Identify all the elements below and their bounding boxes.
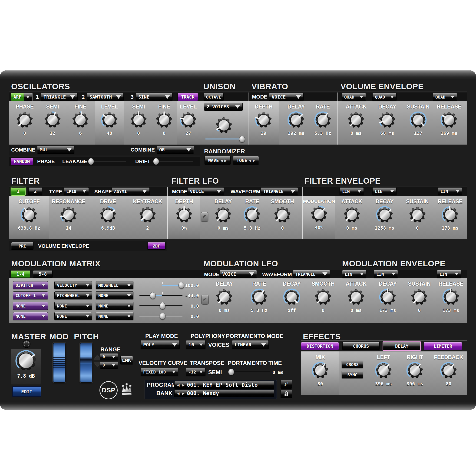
- filter-cutoff-knob[interactable]: [19, 205, 39, 225]
- delay-feedback-knob[interactable]: [439, 361, 458, 381]
- filter-env-modulation-knob[interactable]: [310, 204, 329, 224]
- filter-env-release-knob[interactable]: [441, 205, 460, 225]
- lock-button[interactable]: [281, 390, 292, 398]
- matrix-row4-source-dropdown[interactable]: NONE: [13, 312, 48, 320]
- arrow-left-icon[interactable]: ◀: [177, 391, 179, 396]
- polyphony-dropdown[interactable]: 16: [186, 340, 205, 349]
- filter-lfo-mode-dropdown[interactable]: VOICE: [187, 187, 224, 195]
- combine1-dropdown[interactable]: MUL: [37, 146, 74, 154]
- mod-lfo-smooth-knob[interactable]: [314, 288, 333, 307]
- osc3-wave-dropdown[interactable]: SINE: [136, 93, 172, 101]
- mod-lfo-decay-knob[interactable]: [282, 288, 301, 307]
- transpose-note-button[interactable]: ♪±: [281, 380, 292, 389]
- range-bottom-dropdown[interactable]: 0: [100, 362, 118, 369]
- filter-env-decay-curve-dropdown[interactable]: LIN: [372, 187, 396, 195]
- filter-env-attack-knob[interactable]: [342, 205, 361, 225]
- filter-lfo-delay-knob[interactable]: [214, 205, 233, 225]
- track-button[interactable]: TRACK: [178, 93, 198, 101]
- mod-wheel[interactable]: [53, 343, 66, 383]
- filter-env-attack-curve-dropdown[interactable]: LIN: [340, 187, 364, 195]
- arrow-left-icon[interactable]: ◀: [248, 158, 251, 163]
- vol-env-release-knob[interactable]: [440, 110, 459, 130]
- mod-lfo-delay-knob[interactable]: [215, 288, 234, 307]
- vol-env-release-curve-dropdown[interactable]: QUAD: [433, 93, 457, 101]
- unison-detune-knob[interactable]: [214, 116, 233, 136]
- pitch-wheel[interactable]: [80, 343, 92, 383]
- filter-tab-1[interactable]: 1: [11, 187, 25, 195]
- random-button[interactable]: RANDOM: [11, 158, 33, 165]
- mod-env-release-knob[interactable]: [441, 288, 460, 307]
- osc3-fine-knob[interactable]: [154, 110, 174, 130]
- matrix-row3-via-dropdown[interactable]: NONE: [54, 302, 92, 310]
- combine2-dropdown[interactable]: OR: [157, 146, 194, 154]
- filter-pre-button[interactable]: PRE: [11, 242, 34, 250]
- arrow-left-icon[interactable]: ◀: [177, 382, 179, 388]
- matrix-row1-via-dropdown[interactable]: VELOCITY: [54, 281, 92, 289]
- mod-lfo-mode-dropdown[interactable]: VOICE: [220, 270, 257, 278]
- osc-semi-knob[interactable]: [43, 110, 62, 130]
- mod-env-decay-curve-dropdown[interactable]: LIN: [374, 270, 398, 278]
- arp-dropdown[interactable]: [24, 93, 32, 101]
- osc1-wave-dropdown[interactable]: TRIANGLE: [41, 93, 78, 101]
- filter-env-sustain-knob[interactable]: [408, 205, 427, 225]
- vol-env-attack-curve-dropdown[interactable]: QUAD: [342, 93, 366, 101]
- osc-level-knob[interactable]: [100, 110, 119, 130]
- range-top-dropdown[interactable]: 0: [100, 353, 118, 360]
- mod-env-sustain-knob[interactable]: [410, 288, 429, 307]
- delay-sync-button[interactable]: SYNC: [342, 371, 363, 378]
- matrix-row1-source-dropdown[interactable]: O3PITCH: [13, 281, 48, 289]
- matrix-row4-amount-slider[interactable]: [139, 313, 183, 320]
- porta-mode-dropdown[interactable]: LINEAR: [232, 340, 269, 349]
- mod-env-release-curve-dropdown[interactable]: LIN: [437, 270, 461, 278]
- filter-lfo-depth-knob[interactable]: [174, 205, 194, 225]
- vol-env-sustain-knob[interactable]: [408, 110, 428, 130]
- vibrato-delay-knob[interactable]: [287, 110, 306, 130]
- effects-tab-distortion[interactable]: DISTORTION: [301, 342, 339, 350]
- matrix-row4-via-dropdown[interactable]: NONE: [54, 312, 92, 320]
- matrix-tab-1-4[interactable]: 1-4: [11, 270, 30, 278]
- arrow-right-icon[interactable]: ▶: [182, 382, 184, 388]
- vibrato-rate-knob[interactable]: [313, 110, 332, 130]
- mod-lfo-rate-knob[interactable]: [250, 288, 269, 307]
- matrix-row2-via-dropdown[interactable]: PTCHWHEEL: [54, 291, 92, 299]
- master-volume-knob[interactable]: [14, 349, 38, 373]
- filter-drive-knob[interactable]: [99, 205, 118, 225]
- delay-left-knob[interactable]: [374, 361, 393, 381]
- transpose-dropdown[interactable]: -12: [186, 368, 205, 376]
- matrix-row3-source-dropdown[interactable]: NONE: [13, 302, 48, 310]
- vol-env-attack-knob[interactable]: [347, 110, 366, 130]
- effects-mix-knob[interactable]: [311, 361, 330, 381]
- drift-slider[interactable]: [154, 158, 193, 165]
- matrix-row2-source-dropdown[interactable]: CUTOFF 1: [13, 291, 48, 299]
- unison-voices-dropdown[interactable]: 2 VOICES: [204, 103, 243, 111]
- zdf-button[interactable]: ZDF: [147, 242, 166, 250]
- link-ranges-button[interactable]: LNK: [120, 356, 133, 364]
- effects-tab-delay[interactable]: DELAY: [383, 341, 421, 351]
- vol-env-decay-knob[interactable]: [378, 110, 397, 130]
- arrow-left-icon[interactable]: ◀: [220, 158, 223, 163]
- leakage-slider[interactable]: [89, 158, 126, 165]
- delay-cross-button[interactable]: CROSS: [342, 361, 363, 368]
- filter-lfo-rate-knob[interactable]: [243, 205, 262, 225]
- vibrato-mode-dropdown[interactable]: VOICE: [269, 93, 304, 101]
- play-mode-dropdown[interactable]: POLY: [141, 340, 180, 349]
- unison-spread-slider[interactable]: [205, 135, 244, 143]
- vol-env-decay-curve-dropdown[interactable]: QUAD: [372, 93, 396, 101]
- filter-env-release-curve-dropdown[interactable]: LIN: [438, 187, 462, 195]
- mod-env-attack-curve-dropdown[interactable]: LIN: [342, 270, 366, 278]
- mod-lfo-retrigger-button[interactable]: [201, 295, 209, 305]
- arp-button[interactable]: ARP: [11, 93, 24, 101]
- matrix-row2-target-dropdown[interactable]: NONE: [96, 291, 133, 299]
- matrix-row3-target-dropdown[interactable]: NONE: [96, 302, 133, 310]
- matrix-row3-amount-slider[interactable]: [139, 302, 183, 309]
- randomize-wave-button[interactable]: WAVE ◀▶: [204, 156, 231, 165]
- filter-lfo-waveform-dropdown[interactable]: TRIANGLE: [261, 187, 298, 195]
- filter-tab-2[interactable]: 2: [28, 187, 42, 195]
- filter-lfo-retrigger-button[interactable]: [201, 212, 208, 222]
- filter-env-decay-knob[interactable]: [375, 205, 394, 225]
- effects-tab-chorus[interactable]: CHORUS: [342, 342, 380, 350]
- vibrato-depth-knob[interactable]: [254, 110, 273, 130]
- filter-type-dropdown[interactable]: LP18: [64, 187, 89, 195]
- filter-lfo-smooth-knob[interactable]: [273, 205, 292, 225]
- program-selector[interactable]: ◀▶ 001. KEY EP Soft Disto: [174, 381, 274, 389]
